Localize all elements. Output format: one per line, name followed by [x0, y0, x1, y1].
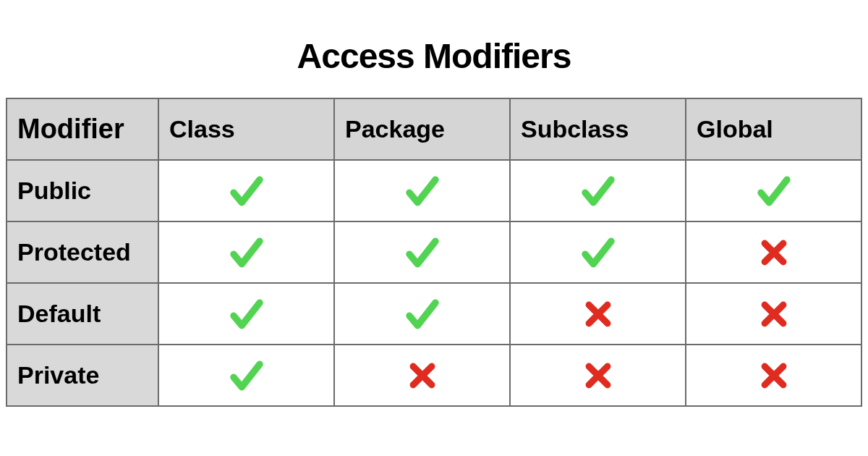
table-cell — [510, 345, 686, 406]
check-icon — [403, 172, 442, 211]
table-cell — [158, 283, 334, 345]
col-header-global: Global — [686, 98, 861, 160]
table-cell — [686, 160, 861, 221]
check-icon — [754, 172, 793, 211]
row-label: Private — [7, 345, 158, 406]
access-modifiers-table-wrapper: Modifier Class Package Subclass Global P… — [0, 98, 868, 407]
cross-icon — [582, 360, 614, 392]
table-cell — [686, 345, 861, 406]
cross-icon — [582, 298, 614, 330]
check-icon — [227, 356, 266, 395]
col-header-modifier: Modifier — [7, 98, 158, 160]
table-cell — [686, 221, 861, 283]
check-icon — [227, 172, 266, 211]
row-label: Protected — [7, 221, 158, 283]
table-row: Protected — [7, 221, 861, 283]
table-body: PublicProtectedDefaultPrivate — [7, 160, 861, 406]
cross-icon — [758, 298, 790, 330]
check-icon — [579, 172, 618, 211]
col-header-subclass: Subclass — [510, 98, 686, 160]
table-row: Default — [7, 283, 861, 345]
row-label: Default — [7, 283, 158, 345]
table-header-row: Modifier Class Package Subclass Global — [7, 98, 861, 160]
cross-icon — [758, 237, 790, 269]
check-icon — [579, 233, 618, 272]
col-header-class: Class — [158, 98, 334, 160]
table-cell — [158, 345, 334, 406]
check-icon — [403, 295, 442, 334]
access-modifiers-table: Modifier Class Package Subclass Global P… — [6, 98, 862, 407]
cross-icon — [407, 360, 438, 392]
table-cell — [510, 221, 686, 283]
table-cell — [158, 160, 334, 221]
table-cell — [510, 160, 686, 221]
table-cell — [334, 160, 510, 221]
table-row: Private — [7, 345, 861, 406]
table-cell — [334, 345, 510, 406]
table-row: Public — [7, 160, 861, 221]
check-icon — [227, 295, 266, 334]
table-cell — [686, 283, 861, 345]
table-cell — [158, 221, 334, 283]
check-icon — [403, 233, 442, 272]
check-icon — [227, 233, 266, 272]
col-header-package: Package — [334, 98, 510, 160]
cross-icon — [758, 360, 790, 392]
row-label: Public — [7, 160, 158, 221]
table-cell — [510, 283, 686, 345]
table-cell — [334, 283, 510, 345]
table-cell — [334, 221, 510, 283]
page-title: Access Modifiers — [0, 36, 868, 76]
